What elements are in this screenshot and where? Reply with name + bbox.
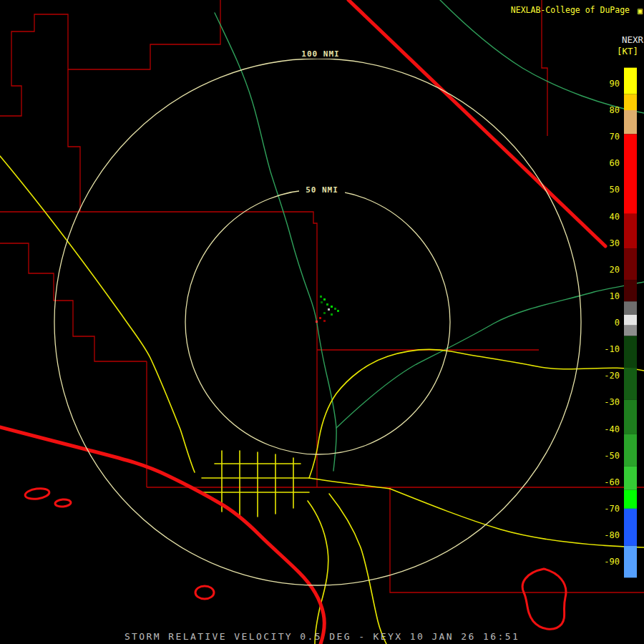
colorbar-segment [624,315,637,326]
radar-echo-pixel [328,308,330,311]
colorbar-segment [624,326,637,336]
colorbar-segment [624,490,637,509]
colorbar-segment [624,434,637,467]
colorbar-segment [624,68,637,94]
status-bar-text: STORM RELATIVE VELOCITY 0.5 DEG - KEYX 1… [125,631,519,642]
radar-echo-pixel [326,303,328,306]
colorbar-tick-label: 50 [610,185,620,195]
range-ring-label-50nmi: 50 NMI [306,185,338,195]
colorbar-tick-label: 80 [610,105,620,115]
colorbar-segment [624,400,637,434]
radar-echo-pixel [331,306,333,308]
radar-echo-pixel [319,317,321,319]
radar-echo-pixel [323,298,326,301]
colorbar-segment [624,214,637,248]
radar-echo-pixel [337,310,339,312]
radar-echo-pixel [321,301,323,303]
colorbar-tick-label: 10 [610,291,620,301]
colorbar-segment [624,466,637,489]
colorbar-tick-label: -30 [604,397,620,407]
colorbar-tick-label: 20 [610,265,620,275]
colorbar-segment [624,248,637,280]
colorbar-tick-label: -60 [604,477,620,487]
velocity-colorbar [624,68,637,578]
colorbar-tick-label: -10 [604,344,620,354]
colorbar-segment [624,110,637,134]
cod-logo-icon: ▣ [638,6,643,16]
colorbar-segment [624,280,637,302]
colorbar-tick-label: 40 [610,212,620,222]
colorbar-segment [624,94,637,110]
brand-title: NEXLAB-College of DuPage [511,5,630,15]
colorbar-tick-label: -80 [604,530,620,540]
radar-map-canvas: 100 NMI 50 NMI 9080706050403020100-10-20… [0,0,644,644]
radar-echo-pixel [334,308,336,310]
colorbar-tick-label: 0 [615,318,620,328]
colorbar-tick-label: 70 [610,132,620,142]
colorbar-segment [624,509,637,546]
colorbar-tick-label: 30 [610,238,620,248]
colorbar-tick-label: 90 [610,79,620,89]
radar-echo-pixel [316,321,318,323]
colorbar-segment [624,546,637,578]
radar-echo-pixel [331,313,333,316]
colorbar-segment [624,336,637,368]
radar-echo-pixel [323,320,326,322]
colorbar-segment [624,134,637,213]
colorbar-units-label: [KT] [617,46,638,57]
range-ring-label-100nmi: 100 NMI [301,49,339,59]
product-code-label: NEXR [622,34,644,45]
radar-echo-pixel [320,296,322,298]
colorbar-tick-label: -20 [604,371,620,381]
radar-echo-pixel [323,312,326,314]
colorbar-tick-label: -40 [604,424,620,434]
colorbar-segment [624,368,637,400]
radar-display: 100 NMI 50 NMI 9080706050403020100-10-20… [0,0,644,644]
colorbar-tick-label: -90 [604,557,620,567]
colorbar-tick-label: -50 [604,451,620,461]
colorbar-tick-label: 60 [610,158,620,168]
colorbar-tick-label: -70 [604,504,620,514]
colorbar-segment [624,301,637,315]
